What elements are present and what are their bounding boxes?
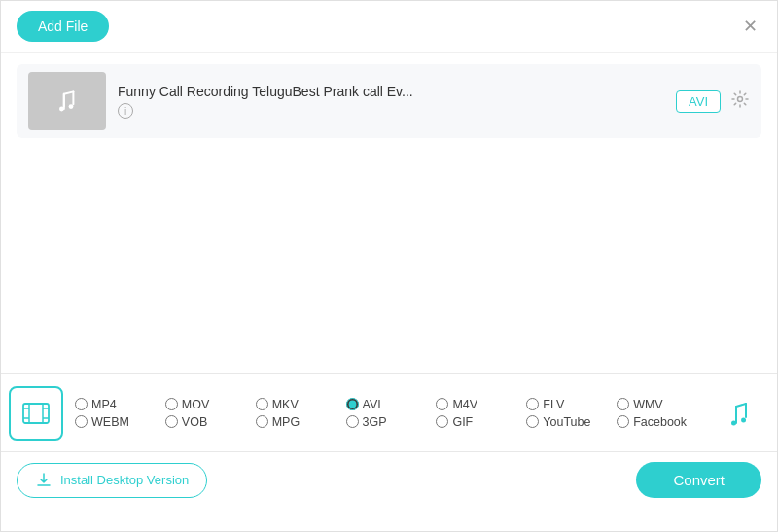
- audio-icon-box: [715, 386, 769, 441]
- svg-point-2: [738, 96, 743, 101]
- format-bar: MP4MOVMKVAVIM4VFLVWMVWEBMVOBMPG3GPGIFYou…: [1, 373, 777, 451]
- format-option-facebook[interactable]: Facebook: [617, 415, 707, 429]
- format-option-avi[interactable]: AVI: [346, 398, 437, 411]
- format-option-webm[interactable]: WEBM: [75, 415, 165, 429]
- format-label-flv: FLV: [543, 398, 564, 411]
- format-option-mkv[interactable]: MKV: [256, 398, 346, 411]
- format-option-flv[interactable]: FLV: [526, 398, 617, 411]
- format-option-3gp[interactable]: 3GP: [346, 415, 437, 429]
- top-bar: Add File ✕: [1, 1, 777, 53]
- svg-point-0: [59, 107, 64, 112]
- settings-icon[interactable]: [730, 89, 750, 114]
- radio-gif[interactable]: [436, 415, 448, 428]
- info-icon[interactable]: i: [118, 103, 133, 119]
- format-label-vob: VOB: [182, 415, 207, 429]
- radio-vob[interactable]: [165, 415, 178, 428]
- file-actions: AVI: [676, 89, 750, 114]
- file-name: Funny Call Recording TeluguBest Prank ca…: [118, 84, 664, 99]
- download-icon: [35, 472, 53, 489]
- svg-point-11: [741, 417, 746, 422]
- format-label-youtube: YouTube: [543, 415, 590, 429]
- radio-webm[interactable]: [75, 415, 88, 428]
- format-label-mkv: MKV: [272, 398, 299, 411]
- radio-3gp[interactable]: [346, 415, 359, 428]
- format-label-facebook: Facebook: [633, 415, 687, 429]
- convert-button[interactable]: Convert: [636, 462, 761, 498]
- radio-wmv[interactable]: [617, 398, 629, 410]
- radio-m4v[interactable]: [436, 398, 448, 410]
- format-options: MP4MOVMKVAVIM4VFLVWMVWEBMVOBMPG3GPGIFYou…: [75, 398, 707, 429]
- content-area: [1, 150, 777, 373]
- file-item: Funny Call Recording TeluguBest Prank ca…: [17, 64, 761, 138]
- format-option-m4v[interactable]: M4V: [436, 398, 526, 411]
- music-icon: [52, 86, 83, 117]
- format-option-wmv[interactable]: WMV: [617, 398, 707, 411]
- format-option-mp4[interactable]: MP4: [75, 398, 165, 411]
- add-file-button[interactable]: Add File: [17, 11, 109, 42]
- radio-mov[interactable]: [165, 398, 178, 410]
- format-badge-button[interactable]: AVI: [676, 90, 721, 113]
- radio-mkv[interactable]: [256, 398, 268, 410]
- film-icon: [21, 399, 51, 428]
- radio-mp4[interactable]: [75, 398, 88, 410]
- install-label: Install Desktop Version: [60, 473, 189, 487]
- radio-mpg[interactable]: [256, 415, 268, 428]
- format-label-mp4: MP4: [91, 398, 117, 411]
- radio-flv[interactable]: [526, 398, 539, 410]
- file-thumbnail: [28, 72, 106, 130]
- radio-youtube[interactable]: [526, 415, 539, 428]
- format-option-mpg[interactable]: MPG: [256, 415, 346, 429]
- audio-icon: [725, 396, 760, 431]
- format-option-mov[interactable]: MOV: [165, 398, 256, 411]
- format-label-m4v: M4V: [452, 398, 477, 411]
- format-label-wmv: WMV: [633, 398, 663, 411]
- close-button[interactable]: ✕: [739, 14, 761, 39]
- format-label-gif: GIF: [452, 415, 473, 429]
- svg-point-10: [731, 420, 736, 425]
- action-bar: Install Desktop Version Convert: [1, 451, 777, 508]
- file-info: Funny Call Recording TeluguBest Prank ca…: [118, 84, 664, 119]
- radio-avi[interactable]: [346, 398, 359, 410]
- svg-point-1: [69, 104, 74, 109]
- file-list: Funny Call Recording TeluguBest Prank ca…: [1, 53, 777, 150]
- format-label-3gp: 3GP: [363, 415, 387, 429]
- svg-rect-3: [23, 404, 49, 423]
- format-label-avi: AVI: [363, 398, 381, 411]
- format-label-mpg: MPG: [272, 415, 300, 429]
- radio-facebook[interactable]: [617, 415, 629, 428]
- format-option-youtube[interactable]: YouTube: [526, 415, 617, 429]
- format-option-vob[interactable]: VOB: [165, 415, 256, 429]
- format-label-mov: MOV: [182, 398, 209, 411]
- install-desktop-button[interactable]: Install Desktop Version: [17, 463, 207, 498]
- format-option-gif[interactable]: GIF: [436, 415, 526, 429]
- video-format-icon-box: [9, 386, 63, 441]
- format-label-webm: WEBM: [91, 415, 129, 429]
